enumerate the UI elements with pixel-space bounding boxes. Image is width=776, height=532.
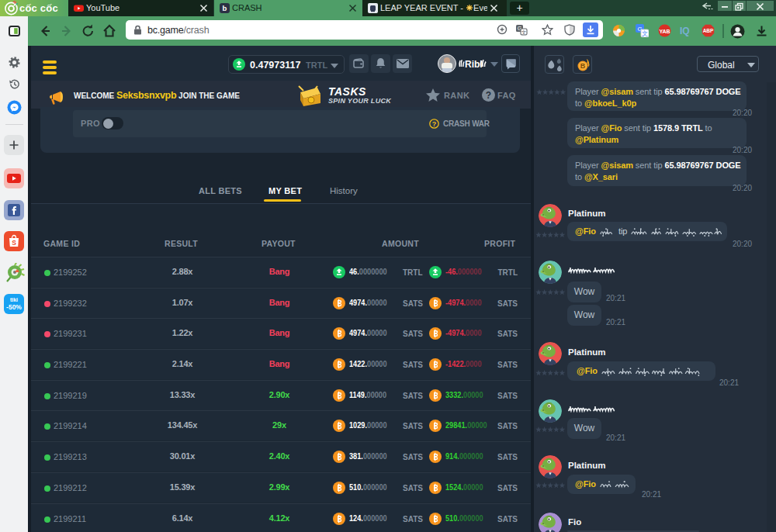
- svg-text:B: B: [580, 62, 586, 70]
- svg-text:?: ?: [432, 120, 437, 128]
- svg-text:?: ?: [486, 90, 491, 101]
- svg-text:文: 文: [521, 29, 527, 35]
- svg-text:b: b: [223, 4, 227, 12]
- svg-text:文: 文: [642, 30, 648, 37]
- svg-text:ABP: ABP: [703, 28, 714, 33]
- svg-text:S: S: [12, 239, 16, 247]
- svg-text:YAB: YAB: [659, 29, 670, 34]
